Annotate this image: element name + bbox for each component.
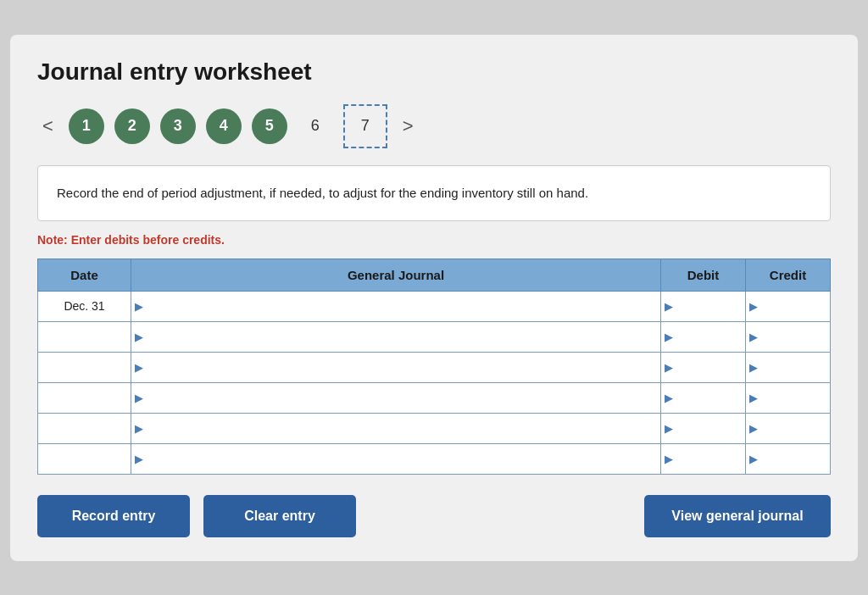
table-row: ▶▶▶: [38, 321, 831, 352]
row-arrow-debit: ▶: [665, 361, 673, 374]
row-arrow-journal: ▶: [135, 331, 143, 343]
credit-cell-0[interactable]: ▶: [746, 291, 831, 321]
date-cell-2: [38, 352, 131, 382]
date-cell-0: Dec. 31: [38, 291, 131, 321]
journal-cell-1[interactable]: ▶: [131, 321, 661, 352]
step-6[interactable]: 6: [298, 108, 333, 144]
debit-input-2[interactable]: [675, 353, 745, 382]
table-row: ▶▶▶: [38, 352, 831, 382]
debit-input-1[interactable]: [675, 322, 745, 352]
journal-cell-2[interactable]: ▶: [131, 352, 661, 382]
description-box: Record the end of period adjustment, if …: [37, 165, 831, 221]
clear-entry-button[interactable]: Clear entry: [203, 495, 356, 537]
date-cell-1: [38, 321, 131, 352]
date-cell-5: [38, 443, 131, 474]
view-general-journal-button[interactable]: View general journal: [644, 495, 831, 537]
row-arrow-debit: ▶: [665, 300, 673, 313]
step-navigation: < 1 2 3 4 5 6 7 >: [37, 104, 831, 148]
journal-input-3[interactable]: [145, 383, 660, 413]
row-arrow-journal: ▶: [135, 422, 143, 435]
journal-input-2[interactable]: [145, 353, 660, 382]
row-arrow-credit: ▶: [749, 392, 758, 404]
journal-input-5[interactable]: [145, 444, 660, 474]
credit-input-2[interactable]: [760, 353, 830, 382]
table-row: ▶▶▶: [38, 413, 831, 443]
debit-input-3[interactable]: [675, 383, 745, 413]
journal-input-0[interactable]: [145, 292, 660, 321]
debit-input-0[interactable]: [675, 292, 745, 321]
debit-input-4[interactable]: [675, 414, 745, 443]
row-arrow-journal: ▶: [135, 392, 143, 404]
next-arrow[interactable]: >: [398, 114, 419, 139]
note-text: Note: Enter debits before credits.: [37, 233, 831, 247]
debit-cell-5[interactable]: ▶: [661, 443, 746, 474]
col-header-debit: Debit: [661, 259, 746, 291]
row-arrow-credit: ▶: [749, 422, 758, 435]
row-arrow-credit: ▶: [749, 453, 758, 465]
credit-cell-1[interactable]: ▶: [746, 321, 831, 352]
journal-input-1[interactable]: [145, 322, 660, 352]
col-header-journal: General Journal: [131, 259, 661, 291]
journal-cell-0[interactable]: ▶: [131, 291, 661, 321]
credit-input-0[interactable]: [760, 292, 830, 321]
step-7-active[interactable]: 7: [343, 104, 387, 148]
debit-cell-3[interactable]: ▶: [661, 382, 746, 413]
col-header-credit: Credit: [746, 259, 831, 291]
table-row: ▶▶▶: [38, 382, 831, 413]
row-arrow-credit: ▶: [749, 361, 758, 374]
journal-cell-5[interactable]: ▶: [131, 443, 661, 474]
row-arrow-debit: ▶: [665, 331, 673, 343]
step-2[interactable]: 2: [114, 108, 150, 144]
journal-input-4[interactable]: [145, 414, 660, 443]
table-row: Dec. 31▶▶▶: [38, 291, 831, 321]
credit-input-3[interactable]: [760, 383, 830, 413]
debit-cell-2[interactable]: ▶: [661, 352, 746, 382]
date-cell-3: [38, 382, 131, 413]
step-1[interactable]: 1: [69, 108, 104, 144]
button-row: Record entry Clear entry View general jo…: [37, 495, 831, 537]
debit-cell-4[interactable]: ▶: [661, 413, 746, 443]
credit-input-4[interactable]: [760, 414, 830, 443]
debit-input-5[interactable]: [675, 444, 745, 474]
step-3[interactable]: 3: [160, 108, 196, 144]
debit-cell-0[interactable]: ▶: [661, 291, 746, 321]
journal-worksheet-card: Journal entry worksheet < 1 2 3 4 5 6 7 …: [10, 35, 858, 561]
credit-input-5[interactable]: [760, 444, 830, 474]
row-arrow-journal: ▶: [135, 453, 143, 465]
credit-cell-5[interactable]: ▶: [746, 443, 831, 474]
row-arrow-debit: ▶: [665, 392, 673, 404]
step-5[interactable]: 5: [252, 108, 287, 144]
row-arrow-credit: ▶: [749, 331, 758, 343]
step-4[interactable]: 4: [206, 108, 242, 144]
row-arrow-debit: ▶: [665, 422, 673, 435]
credit-cell-4[interactable]: ▶: [746, 413, 831, 443]
prev-arrow[interactable]: <: [37, 114, 58, 139]
date-cell-4: [38, 413, 131, 443]
journal-cell-3[interactable]: ▶: [131, 382, 661, 413]
description-text: Record the end of period adjustment, if …: [57, 186, 588, 200]
row-arrow-debit: ▶: [665, 453, 673, 465]
row-arrow-journal: ▶: [135, 300, 143, 313]
credit-cell-2[interactable]: ▶: [746, 352, 831, 382]
page-title: Journal entry worksheet: [37, 58, 831, 86]
record-entry-button[interactable]: Record entry: [37, 495, 190, 537]
journal-table: Date General Journal Debit Credit Dec. 3…: [37, 259, 831, 475]
col-header-date: Date: [38, 259, 131, 291]
credit-cell-3[interactable]: ▶: [746, 382, 831, 413]
row-arrow-journal: ▶: [135, 361, 143, 374]
credit-input-1[interactable]: [760, 322, 830, 352]
debit-cell-1[interactable]: ▶: [661, 321, 746, 352]
journal-cell-4[interactable]: ▶: [131, 413, 661, 443]
row-arrow-credit: ▶: [749, 300, 758, 313]
table-row: ▶▶▶: [38, 443, 831, 474]
